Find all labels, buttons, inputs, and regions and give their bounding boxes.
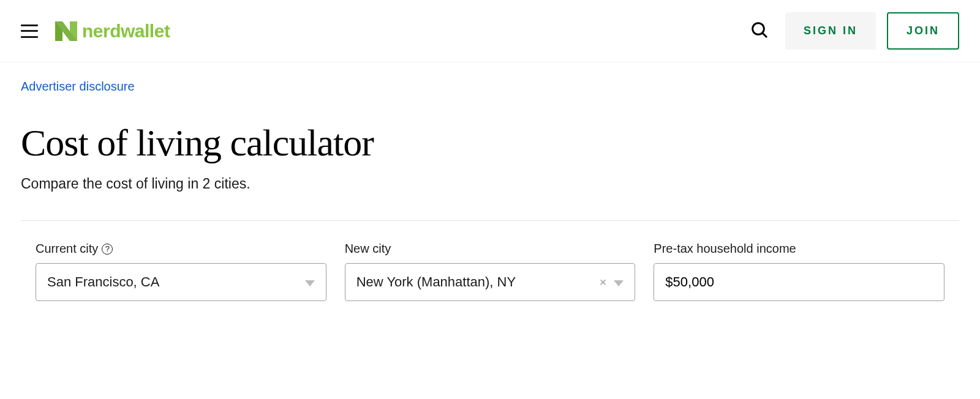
site-header: nerdwallet SIGN IN JOIN bbox=[0, 0, 980, 62]
join-button[interactable]: JOIN bbox=[887, 12, 959, 50]
brand-name: nerdwallet bbox=[82, 21, 170, 42]
menu-icon[interactable] bbox=[21, 24, 38, 38]
brand-logo[interactable]: nerdwallet bbox=[54, 19, 170, 43]
current-city-label-text: Current city bbox=[36, 242, 98, 256]
current-city-label: Current city ? bbox=[36, 242, 326, 256]
page-subtitle: Compare the cost of living in 2 cities. bbox=[21, 176, 959, 192]
current-city-value: San Francisco, CA bbox=[47, 274, 305, 290]
income-field: Pre-tax household income bbox=[654, 242, 944, 301]
calculator-form: Current city ? San Francisco, CA New cit… bbox=[21, 242, 959, 301]
svg-line-4 bbox=[763, 33, 767, 37]
new-city-select[interactable]: New York (Manhattan), NY × bbox=[345, 263, 636, 301]
advertiser-disclosure-link[interactable]: Advertiser disclosure bbox=[21, 80, 135, 94]
current-city-field: Current city ? San Francisco, CA bbox=[36, 242, 326, 301]
select-controls bbox=[305, 274, 315, 290]
logo-mark-icon bbox=[54, 19, 78, 43]
main-content: Advertiser disclosure Cost of living cal… bbox=[0, 62, 980, 326]
income-label: Pre-tax household income bbox=[654, 242, 944, 256]
search-button[interactable] bbox=[745, 15, 774, 47]
header-left-group: nerdwallet bbox=[21, 19, 170, 43]
svg-marker-5 bbox=[305, 280, 315, 286]
chevron-down-icon bbox=[614, 274, 624, 290]
search-icon bbox=[750, 20, 769, 42]
page-title: Cost of living calculator bbox=[21, 122, 959, 163]
current-city-select[interactable]: San Francisco, CA bbox=[36, 263, 326, 301]
help-icon[interactable]: ? bbox=[102, 244, 113, 255]
new-city-value: New York (Manhattan), NY bbox=[356, 274, 600, 290]
svg-marker-6 bbox=[614, 280, 624, 286]
income-input[interactable] bbox=[654, 263, 944, 301]
chevron-down-icon bbox=[305, 274, 315, 290]
section-divider bbox=[21, 220, 959, 221]
svg-point-3 bbox=[753, 23, 764, 35]
sign-in-button[interactable]: SIGN IN bbox=[785, 12, 876, 50]
new-city-label: New city bbox=[345, 242, 636, 256]
select-controls: × bbox=[600, 274, 624, 290]
clear-icon[interactable]: × bbox=[600, 275, 607, 289]
new-city-field: New city New York (Manhattan), NY × bbox=[345, 242, 636, 301]
header-right-group: SIGN IN JOIN bbox=[745, 12, 959, 50]
